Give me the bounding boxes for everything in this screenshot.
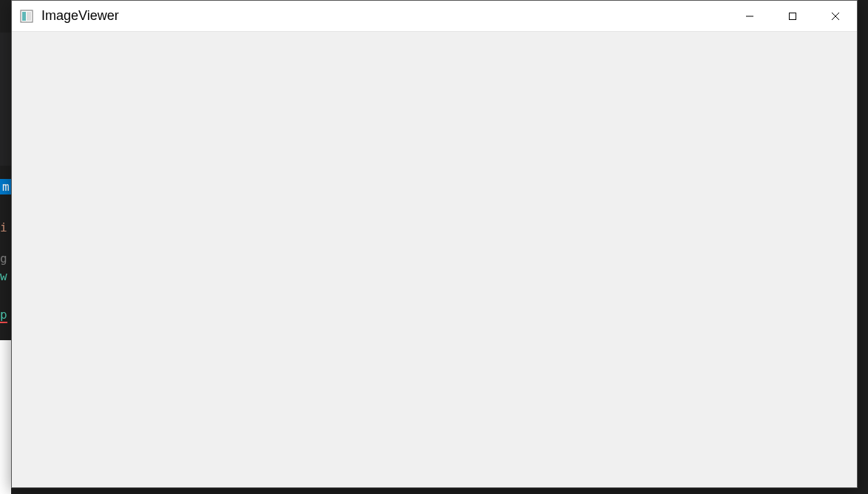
svg-rect-2 <box>27 12 31 21</box>
background-white-panel-top <box>0 33 11 166</box>
window-controls <box>728 1 857 31</box>
close-button[interactable] <box>814 1 857 31</box>
background-code-fragment: g <box>0 251 7 265</box>
titlebar[interactable]: ImageViewer <box>12 1 857 32</box>
window-title: ImageViewer <box>41 8 119 24</box>
maximize-button[interactable] <box>771 1 814 31</box>
svg-rect-4 <box>790 13 796 19</box>
svg-rect-1 <box>22 12 26 21</box>
background-code-fragment: w <box>0 269 7 283</box>
app-icon <box>19 9 34 24</box>
minimize-button[interactable] <box>728 1 771 31</box>
background-code-fragment: m <box>0 179 12 194</box>
app-window: ImageViewer <box>11 0 858 488</box>
client-area <box>12 32 857 487</box>
background-white-panel-left <box>0 340 11 494</box>
background-code-fragment: i <box>0 220 7 234</box>
background-code-fragment: p <box>0 308 7 323</box>
